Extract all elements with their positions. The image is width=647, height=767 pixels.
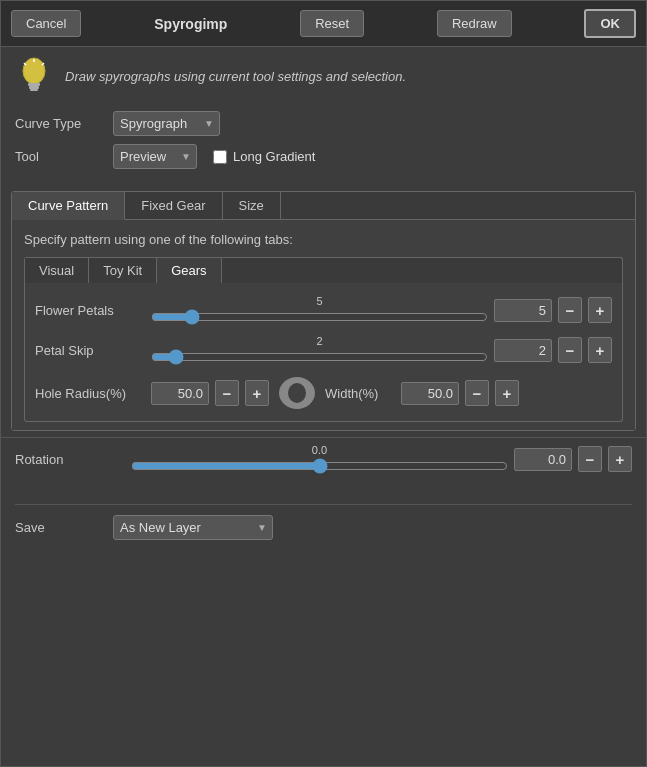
tool-label: Tool [15, 149, 105, 164]
tab-toy-kit[interactable]: Toy Kit [89, 258, 157, 283]
width-increment[interactable]: + [495, 380, 519, 406]
infobar-text: Draw spyrographs using current tool sett… [65, 69, 406, 84]
tab-curve-pattern[interactable]: Curve Pattern [12, 192, 125, 220]
petal-skip-slider-value: 2 [151, 335, 488, 347]
outer-tab-content: Specify pattern using one of the followi… [12, 220, 635, 430]
reset-button[interactable]: Reset [300, 10, 364, 37]
cancel-button[interactable]: Cancel [11, 10, 81, 37]
tab-visual[interactable]: Visual [25, 258, 89, 283]
long-gradient-row: Long Gradient [213, 149, 315, 164]
width-label: Width(%) [325, 386, 395, 401]
inner-tab-bar: Visual Toy Kit Gears [24, 257, 623, 283]
lightbulb-icon [15, 57, 53, 95]
svg-point-9 [279, 377, 315, 409]
rotation-increment[interactable]: + [608, 446, 632, 472]
flower-petals-slider-wrap: 5 [151, 295, 488, 325]
tab-fixed-gear[interactable]: Fixed Gear [125, 192, 222, 219]
petal-skip-input[interactable] [494, 339, 552, 362]
long-gradient-label: Long Gradient [233, 149, 315, 164]
donut-preview [275, 375, 319, 411]
flower-petals-slider-value: 5 [151, 295, 488, 307]
infobar: Draw spyrographs using current tool sett… [1, 47, 646, 105]
width-input[interactable] [401, 382, 459, 405]
save-divider [15, 504, 632, 505]
petal-skip-slider-wrap: 2 [151, 335, 488, 365]
petal-skip-increment[interactable]: + [588, 337, 612, 363]
save-select[interactable]: As New Layer To Current Layer New Image [113, 515, 273, 540]
hole-radius-decrement[interactable]: − [215, 380, 239, 406]
inner-tab-content: Flower Petals 5 − + Petal Skip 2 [24, 283, 623, 422]
main-window: Cancel Spyrogimp Reset Redraw OK Draw sp… [0, 0, 647, 767]
outer-tab-bar: Curve Pattern Fixed Gear Size [12, 192, 635, 220]
tool-select-wrap: Preview Paint Selection ▼ [113, 144, 197, 169]
rotation-decrement[interactable]: − [578, 446, 602, 472]
curve-type-select-wrap: Spyrograph Epitrochoid Hypotrochoid ▼ [113, 111, 220, 136]
titlebar: Cancel Spyrogimp Reset Redraw OK [1, 1, 646, 47]
rotation-row: Rotation 0.0 − + [15, 444, 632, 474]
hole-width-row: Hole Radius(%) − + [35, 375, 612, 411]
rotation-slider-wrap: 0.0 [131, 444, 508, 474]
window-title: Spyrogimp [154, 16, 227, 32]
flower-petals-decrement[interactable]: − [558, 297, 582, 323]
tab-description: Specify pattern using one of the followi… [24, 232, 623, 247]
rotation-label: Rotation [15, 452, 125, 467]
tool-row: Tool Preview Paint Selection ▼ Long Grad… [15, 144, 632, 169]
save-row: Save As New Layer To Current Layer New I… [15, 515, 632, 540]
ok-button[interactable]: OK [584, 9, 636, 38]
tab-size[interactable]: Size [223, 192, 281, 219]
flower-petals-input[interactable] [494, 299, 552, 322]
save-label: Save [15, 520, 105, 535]
curve-type-label: Curve Type [15, 116, 105, 131]
svg-rect-1 [28, 83, 40, 86]
tab-gears[interactable]: Gears [157, 258, 221, 283]
petal-skip-slider[interactable] [151, 349, 488, 365]
petal-skip-label: Petal Skip [35, 343, 145, 358]
svg-rect-2 [29, 86, 39, 89]
rotation-input[interactable] [514, 448, 572, 471]
save-section: Save As New Layer To Current Layer New I… [1, 494, 646, 562]
flower-petals-increment[interactable]: + [588, 297, 612, 323]
hole-radius-label: Hole Radius(%) [35, 386, 145, 401]
flower-petals-slider[interactable] [151, 309, 488, 325]
svg-rect-3 [30, 89, 38, 91]
tool-select[interactable]: Preview Paint Selection [113, 144, 197, 169]
curve-type-select[interactable]: Spyrograph Epitrochoid Hypotrochoid [113, 111, 220, 136]
form-area: Curve Type Spyrograph Epitrochoid Hypotr… [1, 105, 646, 187]
save-select-wrap: As New Layer To Current Layer New Image … [113, 515, 273, 540]
hole-radius-increment[interactable]: + [245, 380, 269, 406]
hole-radius-input[interactable] [151, 382, 209, 405]
curve-type-row: Curve Type Spyrograph Epitrochoid Hypotr… [15, 111, 632, 136]
flower-petals-row: Flower Petals 5 − + [35, 295, 612, 325]
redraw-button[interactable]: Redraw [437, 10, 512, 37]
rotation-section: Rotation 0.0 − + [1, 437, 646, 494]
width-decrement[interactable]: − [465, 380, 489, 406]
petal-skip-decrement[interactable]: − [558, 337, 582, 363]
rotation-slider[interactable] [131, 458, 508, 474]
rotation-slider-value: 0.0 [131, 444, 508, 456]
petal-skip-row: Petal Skip 2 − + [35, 335, 612, 365]
outer-tab-panel: Curve Pattern Fixed Gear Size Specify pa… [11, 191, 636, 431]
flower-petals-label: Flower Petals [35, 303, 145, 318]
long-gradient-checkbox[interactable] [213, 150, 227, 164]
